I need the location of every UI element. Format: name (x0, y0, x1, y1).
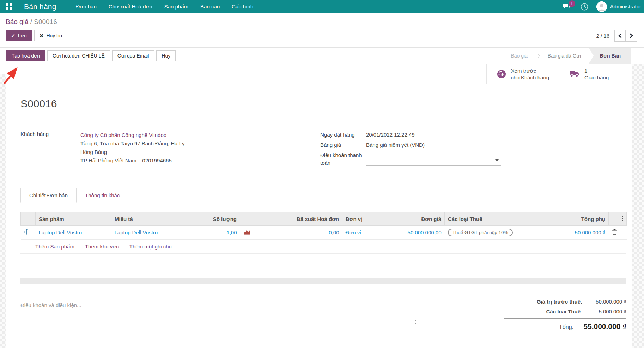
payment-terms-dropdown[interactable] (366, 151, 501, 166)
cell-description[interactable]: Laptop Dell Vostro (111, 226, 187, 240)
add-note-link[interactable]: Thêm một ghi chú (129, 244, 172, 250)
cell-product[interactable]: Laptop Dell Vostro (36, 226, 111, 240)
breadcrumb-current: S00016 (34, 18, 57, 25)
order-line-row[interactable]: Laptop Dell Vostro Laptop Dell Vostro 1,… (21, 226, 627, 240)
statusbar: Tạo hoá đơn Gửi hoá đơn CHIẾU LỆ Gửi qua… (0, 47, 644, 64)
user-name: Administrator (610, 4, 641, 10)
breadcrumb-parent[interactable]: Báo giá (6, 18, 28, 25)
column-header-forecast (240, 212, 256, 226)
user-menu[interactable]: Administrator (596, 1, 641, 12)
add-section-link[interactable]: Thêm khu vực (85, 244, 119, 250)
status-step-quotation[interactable]: Báo giá (503, 48, 535, 64)
menu-item-cau-hinh[interactable]: Cấu hình (232, 4, 253, 10)
cancel-order-button[interactable]: Hủy (156, 50, 176, 61)
cell-quantity[interactable]: 1,00 (187, 226, 240, 240)
table-header-row: Sản phẩm Miêu tả Số lượng Đã xuất Hoá đơ… (21, 212, 627, 226)
payment-terms-label: Điều khoản thanh toán (320, 151, 366, 167)
main-menu: Đơn bán Chờ xuất Hoá đơn Sản phẩm Báo cá… (76, 4, 253, 10)
close-icon: ✖ (40, 33, 44, 38)
delete-line-button[interactable] (609, 226, 627, 240)
total-value: 55.000.000 ₫ (573, 322, 626, 331)
smart-buttons-row: Xem trước cho Khách hàng 1 Giao hàng (0, 64, 644, 84)
chevron-left-icon (618, 33, 622, 38)
pager-previous-button[interactable] (614, 30, 626, 42)
save-button[interactable]: ✔ Lưu (6, 30, 32, 41)
customer-address-line2: Hồng Bàng (80, 148, 184, 156)
chevron-right-icon (629, 33, 633, 38)
cell-taxes[interactable]: Thuế GTGT phải nộp 10% (445, 226, 543, 240)
area-chart-icon (243, 229, 250, 235)
pricelist-value[interactable]: Bảng giá niêm yết (VND) (366, 141, 501, 149)
form-sheet: S00016 Khách hàng Công ty Cổ phần Công n… (0, 98, 644, 335)
pricelist-label: Bảng giá (320, 141, 366, 149)
customer-address-line3: TP Hải Phòng Việt Nam – 0201994665 (80, 156, 184, 165)
drag-handle[interactable] (21, 226, 36, 240)
untaxed-amount-value: 50.000.000 ₫ (582, 299, 626, 305)
column-header-product[interactable]: Sản phẩm (36, 212, 111, 226)
customer-link[interactable]: Công ty Cổ phần Công nghệ Viindoo (80, 131, 184, 139)
check-icon: ✔ (11, 33, 15, 38)
menu-item-san-pham[interactable]: Sản phẩm (164, 4, 188, 10)
send-proforma-button[interactable]: Gửi hoá đơn CHIẾU LỆ (47, 50, 110, 61)
discard-button[interactable]: ✖ Hủy bỏ (34, 30, 67, 41)
tax-tag[interactable]: Thuế GTGT phải nộp 10% (448, 229, 513, 236)
globe-icon (497, 69, 506, 79)
taxes-value: 5.000.000 ₫ (582, 308, 626, 314)
customer-address-line1: Tầng 6, Tòa nhà Taiyo 97 Bạch Đằng, Hạ L… (80, 139, 184, 148)
pager-value: 2 / 16 (596, 33, 609, 39)
status-pipeline: Báo giá Báo giá đã Gửi Đơn Bán (503, 48, 631, 64)
optional-columns-button[interactable] (609, 212, 627, 226)
totals-block: Giá trị trước thuế: 50.000.000 ₫ Các loạ… (504, 299, 626, 335)
truck-icon (569, 70, 580, 78)
breadcrumb: Báo giá / S00016 (6, 18, 644, 26)
customer-preview-button[interactable]: Xem trước cho Khách hàng (486, 64, 559, 84)
tab-other-info[interactable]: Thông tin khác (77, 188, 128, 203)
column-header-invoiced[interactable]: Đã xuất Hoá đơn (256, 212, 342, 226)
menu-item-bao-cao[interactable]: Báo cáo (200, 4, 220, 10)
move-arrows-icon (24, 229, 30, 235)
totals-divider (504, 318, 626, 319)
taxes-label: Các loại Thuế: (546, 308, 582, 314)
trash-icon (612, 229, 617, 235)
order-date-label: Ngày đặt hàng (320, 131, 366, 139)
menu-item-cho-xuat-hoa-don[interactable]: Chờ xuất Hoá đơn (109, 4, 152, 10)
app-title[interactable]: Bán hàng (24, 2, 56, 11)
delivery-smart-button[interactable]: 1 Giao hàng (559, 64, 631, 84)
cell-uom[interactable]: Đơn vị (342, 226, 381, 240)
transparent-edge-right (632, 64, 644, 348)
handle-column-header (21, 212, 36, 226)
menu-item-don-ban[interactable]: Đơn bán (76, 4, 97, 10)
avatar (596, 1, 607, 12)
chevron-separator-icon (535, 54, 540, 58)
status-step-sales-order[interactable]: Đơn Bán (589, 48, 631, 64)
resize-handle-icon[interactable] (412, 320, 416, 324)
forecast-chart-button[interactable] (240, 226, 256, 240)
column-header-unit-price[interactable]: Đơn giá (381, 212, 445, 226)
cell-invoiced[interactable]: 0,00 (256, 226, 342, 240)
transparent-edge-left (0, 74, 6, 348)
section-separator (20, 278, 626, 284)
activity-clock-icon[interactable] (580, 2, 589, 11)
untaxed-amount-label: Giá trị trước thuế: (537, 299, 582, 305)
order-date-value[interactable]: 20/01/2022 12:22:49 (366, 131, 501, 139)
column-header-taxes[interactable]: Các loại Thuế (445, 212, 543, 226)
column-header-description[interactable]: Miêu tả (111, 212, 187, 226)
top-navbar: Bán hàng Đơn bán Chờ xuất Hoá đơn Sản ph… (0, 0, 644, 13)
column-header-uom[interactable]: Đơn vị (342, 212, 381, 226)
tab-order-details[interactable]: Chi tiết Đơn bán (20, 188, 77, 203)
apps-menu-icon[interactable] (6, 3, 13, 10)
total-label: Tổng: (559, 324, 573, 330)
column-header-subtotal[interactable]: Tổng phụ (543, 212, 609, 226)
create-invoice-button[interactable]: Tạo hoá đơn (6, 50, 45, 61)
column-header-quantity[interactable]: Số lượng (187, 212, 240, 226)
add-product-link[interactable]: Thêm Sản phẩm (35, 244, 74, 250)
cell-unit-price[interactable]: 50.000.000,00 (381, 226, 445, 240)
kebab-dots-icon (622, 216, 623, 221)
status-step-quotation-sent[interactable]: Báo giá đã Gửi (540, 48, 589, 64)
messages-button[interactable]: 1 (563, 2, 572, 11)
cell-subtotal: 50.000.000 ₫ (543, 226, 609, 240)
pager-next-button[interactable] (626, 30, 637, 42)
chevron-down-icon (495, 159, 499, 161)
terms-textarea[interactable]: Điều khoản và điều kiện... (20, 299, 416, 325)
send-email-button[interactable]: Gửi qua Email (112, 50, 154, 61)
